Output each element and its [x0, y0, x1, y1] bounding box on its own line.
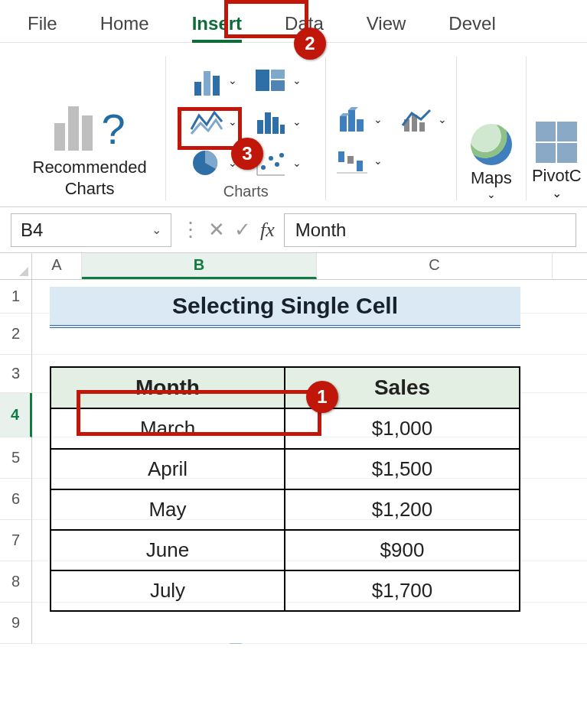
pivotchart-label: PivotC: [532, 166, 582, 186]
badge-1: 1: [306, 381, 338, 413]
insert-column-chart-button[interactable]: ⌄: [190, 65, 237, 96]
3d-chart-icon: [335, 104, 369, 135]
row-header-6[interactable]: 6: [0, 479, 32, 520]
svg-rect-3: [257, 120, 263, 134]
recommended-label-2: Charts: [65, 179, 115, 198]
table-header-month[interactable]: Month: [51, 367, 285, 408]
svg-rect-5: [272, 117, 279, 134]
insert-pie-chart-button[interactable]: ⌄: [190, 148, 237, 178]
recommended-charts-button[interactable]: ? Recommended Charts: [14, 50, 165, 206]
cell-sales[interactable]: $1,200: [285, 489, 520, 530]
table-row[interactable]: July$1,700: [51, 570, 520, 611]
cancel-button[interactable]: ✕: [208, 218, 225, 242]
svg-marker-18: [348, 107, 358, 110]
globe-icon: [471, 124, 512, 165]
svg-point-13: [279, 153, 284, 158]
table-row[interactable]: April$1,500: [51, 449, 520, 489]
watermark-text: exceldemy: [245, 643, 296, 644]
svg-rect-4: [265, 112, 271, 134]
ribbon-body: ? Recommended Charts ⌄ ⌄ ⌄: [0, 43, 587, 207]
watermark: exceldemy: [230, 643, 296, 644]
col-header-c[interactable]: C: [317, 253, 553, 279]
svg-rect-0: [256, 70, 269, 91]
insert-hierarchy-chart-button[interactable]: ⌄: [254, 65, 302, 96]
charts-group-label: Charts: [223, 183, 269, 200]
maps-button[interactable]: Maps ⌄: [457, 50, 525, 206]
row-header-1[interactable]: 1: [0, 280, 32, 314]
svg-rect-1: [271, 70, 285, 79]
title-cell[interactable]: Selecting Single Cell: [50, 287, 520, 328]
tab-view[interactable]: View: [362, 5, 411, 42]
cell-sales[interactable]: $1,700: [285, 570, 520, 611]
pivotchart-button[interactable]: PivotC ⌄: [527, 50, 587, 206]
row-header-2[interactable]: 2: [0, 314, 32, 355]
formula-input[interactable]: Month: [284, 213, 576, 247]
pie-chart-icon: [190, 148, 223, 178]
chevron-down-icon: ⌄: [438, 113, 447, 125]
cell-month[interactable]: March: [51, 408, 285, 449]
chevron-down-icon: ⌄: [228, 115, 237, 128]
insert-combo-chart-button[interactable]: ⌄: [399, 104, 447, 135]
tab-home[interactable]: Home: [96, 5, 154, 42]
row-header-3[interactable]: 3: [0, 355, 32, 393]
insert-function-button[interactable]: fx: [260, 219, 275, 242]
name-box[interactable]: B4 ⌄: [11, 213, 171, 247]
chevron-down-icon: ⌄: [552, 186, 562, 200]
svg-point-12: [275, 162, 279, 167]
row-header-7[interactable]: 7: [0, 520, 32, 561]
table-row[interactable]: June$900: [51, 530, 520, 570]
maps-label: Maps: [471, 168, 512, 188]
insert-waterfall-chart-button[interactable]: ⌄: [335, 145, 383, 176]
chevron-down-icon: ⌄: [292, 74, 302, 86]
chevron-down-icon: ⌄: [292, 115, 302, 128]
cell-sales[interactable]: $900: [285, 530, 520, 570]
svg-rect-16: [357, 119, 364, 132]
chevron-down-icon[interactable]: ⌄: [152, 223, 161, 237]
col-header-a[interactable]: A: [32, 253, 82, 279]
svg-point-10: [261, 165, 266, 170]
chevron-down-icon: ⌄: [292, 157, 302, 169]
svg-rect-14: [340, 116, 347, 132]
cell-month[interactable]: June: [51, 530, 285, 570]
hierarchy-chart-icon: [254, 65, 288, 96]
cell-month[interactable]: May: [51, 489, 285, 530]
tab-developer[interactable]: Devel: [444, 5, 500, 42]
combo-chart-icon: [399, 104, 433, 135]
svg-rect-22: [338, 151, 344, 162]
badge-2: 2: [294, 28, 326, 60]
svg-rect-24: [357, 161, 363, 171]
chevron-down-icon: ⌄: [373, 113, 383, 125]
cell-month[interactable]: April: [51, 449, 285, 489]
row-header-5[interactable]: 5: [0, 437, 32, 479]
cell-sales[interactable]: $1,000: [285, 408, 520, 449]
watermark-icon: [230, 643, 242, 644]
table-row[interactable]: March$1,000: [51, 408, 520, 449]
row-header-8[interactable]: 8: [0, 561, 32, 603]
col-header-b[interactable]: B: [82, 253, 317, 279]
chevron-down-icon: ⌄: [228, 74, 237, 86]
table-row[interactable]: May$1,200: [51, 489, 520, 530]
svg-rect-21: [419, 122, 425, 132]
cell-sales[interactable]: $1,500: [285, 449, 520, 489]
formula-bar: B4 ⌄ ⋮ ✕ ✓ fx Month: [0, 207, 587, 253]
row-header-4[interactable]: 4: [0, 393, 32, 437]
column-chart-icon: [190, 65, 223, 96]
ribbon-tabs: File Home Insert Data View Devel: [0, 0, 587, 43]
insert-3d-map-chart-button[interactable]: ⌄: [335, 104, 383, 135]
insert-line-chart-button[interactable]: ⌄: [190, 106, 237, 137]
row-header-9[interactable]: 9: [0, 603, 32, 644]
tab-insert[interactable]: Insert: [188, 5, 246, 42]
question-mark-icon: ?: [102, 108, 126, 151]
histogram-icon: [254, 106, 288, 137]
waterfall-chart-icon: [335, 145, 369, 176]
select-all-corner[interactable]: [0, 253, 32, 279]
cell-month[interactable]: July: [51, 570, 285, 611]
data-table: Month Sales March$1,000April$1,500May$1,…: [50, 366, 520, 612]
chevron-down-icon: ⌄: [373, 154, 383, 167]
tab-file[interactable]: File: [23, 5, 62, 42]
name-box-value: B4: [21, 219, 43, 241]
enter-button[interactable]: ✓: [234, 218, 251, 242]
formula-value: Month: [295, 219, 347, 241]
insert-statistic-chart-button[interactable]: ⌄: [254, 106, 302, 137]
svg-rect-6: [280, 125, 285, 134]
